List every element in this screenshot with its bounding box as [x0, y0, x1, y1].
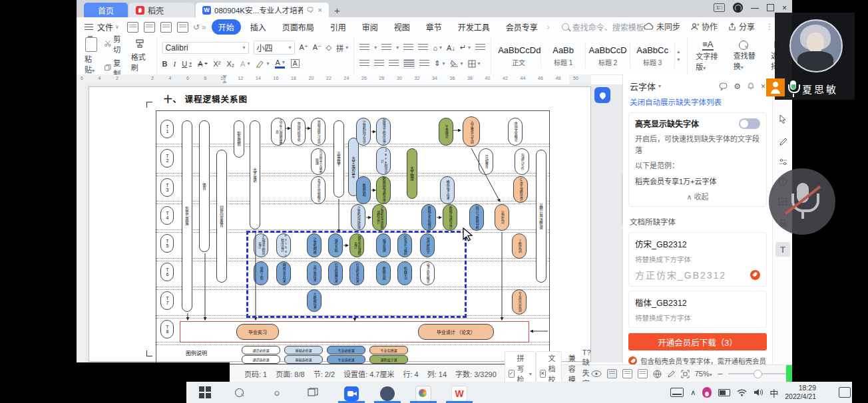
menu-item-页面布局[interactable]: 页面布局	[276, 19, 321, 35]
align-center-icon[interactable]	[374, 60, 384, 68]
sync-status[interactable]: 未同步	[644, 21, 680, 32]
horizontal-ruler[interactable]: 6422468101214161820222426283032343638404…	[77, 74, 591, 85]
menu-item-引用[interactable]: 引用	[324, 19, 353, 35]
status-item[interactable]: 列: 14	[427, 368, 447, 379]
text-tool-icon[interactable]: T	[775, 242, 790, 257]
account-avatar[interactable]	[733, 3, 743, 13]
fit-page-icon[interactable]	[681, 370, 690, 378]
menu-overflow-icon[interactable]: ›	[547, 23, 550, 32]
comment-bubble-icon[interactable]: 🗨	[307, 6, 314, 14]
menu-item-会员专享[interactable]: 会员专享	[499, 19, 544, 35]
style-card-标题 1[interactable]: AaBb标题 1	[541, 43, 586, 68]
numbered-list-icon[interactable]	[381, 44, 391, 52]
font-name-select[interactable]: Calibri▾	[162, 42, 249, 54]
clear-format-icon[interactable]: ◇	[326, 43, 331, 52]
strikethrough-button[interactable]: A▾	[198, 60, 207, 68]
export-icon[interactable]	[144, 22, 155, 33]
close-autoshow-link[interactable]: 关闭自动展示缺失字体列表	[623, 95, 772, 108]
underline-button[interactable]: U▾	[182, 60, 192, 68]
undo-icon[interactable]: ↺	[193, 23, 200, 32]
command-search[interactable]: 查找命令、搜索模板	[562, 21, 644, 33]
print-icon[interactable]	[160, 22, 172, 33]
tray-expand-icon[interactable]: ∧	[690, 388, 696, 397]
taskbar-clock[interactable]: 18:29 2022/4/21	[785, 384, 816, 401]
collaborate-button[interactable]: 协作	[691, 21, 718, 32]
decrease-font-button[interactable]: A⁻	[313, 43, 322, 52]
styles-up-icon[interactable]: ▴	[677, 49, 680, 55]
menu-item-插入[interactable]: 插入	[244, 19, 273, 35]
window-layout-icon[interactable]: 1□	[714, 3, 725, 12]
zoom-value[interactable]: 75%▾	[695, 370, 712, 378]
close-button[interactable]: ×	[782, 3, 787, 13]
panel-close-icon[interactable]: ×	[761, 82, 765, 91]
tab-close-icon[interactable]: ×	[318, 6, 322, 14]
qq-tray-icon[interactable]	[702, 387, 712, 398]
subscript-button[interactable]: X₂	[227, 60, 235, 68]
status-item[interactable]: 字数: 3/3290	[455, 368, 497, 379]
more-actions-icon[interactable]: ⋮	[765, 22, 773, 31]
find-replace-button[interactable]: 查找替换▾	[731, 41, 761, 71]
letter-spacing-icon[interactable]: ⌂▾	[433, 44, 442, 52]
menu-item-章节[interactable]: 章节	[419, 19, 449, 35]
save-icon[interactable]	[127, 22, 138, 33]
taskbar-app-paint[interactable]	[409, 384, 438, 403]
bold-button[interactable]: B	[162, 60, 168, 68]
minimize-button[interactable]: —	[751, 3, 759, 13]
status-item[interactable]: 页码: 1	[244, 368, 267, 379]
highlight-toggle[interactable]	[739, 118, 760, 129]
action-center-icon[interactable]	[839, 387, 851, 398]
more-quick-icons[interactable]: »	[202, 23, 206, 32]
adjust-tool-icon[interactable]	[777, 156, 789, 168]
menu-item-审阅[interactable]: 审阅	[355, 19, 385, 35]
volume-icon[interactable]	[754, 388, 763, 396]
italic-button[interactable]: I	[174, 60, 176, 68]
feedback-bubble-icon[interactable]	[719, 82, 728, 90]
line-spacing-icon[interactable]: ⇕▾	[434, 59, 445, 68]
settings-gear-icon[interactable]: ⚙	[734, 82, 741, 91]
web-view-icon[interactable]	[653, 370, 662, 378]
missing-font-card[interactable]: 仿宋_GB2312 将替换成下方字体 方正仿宋_GB2312	[628, 232, 767, 287]
pen-tool-icon[interactable]	[777, 136, 789, 148]
style-card-标题 2[interactable]: AaBbCcD标题 2	[586, 43, 630, 68]
borders-icon[interactable]: ▾	[468, 60, 481, 68]
font-color-button[interactable]: A▾	[275, 59, 284, 68]
sort-icon[interactable]: A↓	[447, 44, 455, 52]
status-item[interactable]: 行: 4	[403, 368, 418, 379]
shading-icon[interactable]: ▾	[450, 60, 463, 67]
superscript-button[interactable]: X²	[214, 60, 221, 68]
start-button[interactable]	[198, 386, 212, 399]
menu-item-开始[interactable]: 开始	[212, 19, 241, 35]
print-preview-icon[interactable]	[177, 22, 188, 33]
hamburger-icon[interactable]	[85, 24, 93, 30]
locate-button[interactable]	[594, 87, 610, 103]
justify-icon[interactable]	[403, 59, 415, 68]
download-after-membership-button[interactable]: 开通会员后下载（3）	[628, 333, 767, 350]
book-view-icon[interactable]	[638, 369, 648, 378]
status-item[interactable]: 页面: 8/8	[276, 368, 304, 379]
show-marks-icon[interactable]: ↵▾	[460, 43, 471, 52]
pinyin-guide-icon[interactable]: 拼▾	[336, 43, 348, 53]
vertical-ruler[interactable]	[77, 84, 86, 362]
distribute-icon[interactable]	[419, 60, 429, 68]
cursor-tool-icon[interactable]	[777, 113, 789, 125]
task-view-icon[interactable]	[306, 386, 320, 399]
touch-keyboard-icon[interactable]	[670, 388, 684, 397]
eye-protect-icon[interactable]	[591, 370, 602, 377]
taskbar-app-wps[interactable]: W	[445, 384, 474, 403]
bullet-list-icon[interactable]	[359, 44, 369, 52]
format-painter-button[interactable]: 格式刷	[128, 39, 151, 72]
tab-docer[interactable]: 稻壳	[129, 3, 194, 17]
restore-button[interactable]	[767, 4, 774, 11]
style-card-正文[interactable]: AaBbCcDd正文	[497, 43, 541, 68]
panel-title-caret-icon[interactable]: ▾	[658, 83, 661, 89]
styles-down-icon[interactable]: ▾	[677, 57, 680, 63]
align-left-icon[interactable]	[359, 60, 369, 68]
ink-pen-icon[interactable]	[667, 370, 676, 378]
outline-view-icon[interactable]	[622, 369, 632, 378]
document-canvas[interactable]: 十、 课程逻辑关系图 T1T2T3T4T5T6T7T8形势与政策体育创新创业教育…	[85, 84, 622, 362]
text-layout-button[interactable]: ≡A 文字排版▾	[693, 39, 723, 72]
menu-item-开发工具[interactable]: 开发工具	[451, 19, 497, 35]
menu-item-视图[interactable]: 视图	[387, 19, 417, 35]
taskbar-search-icon[interactable]	[234, 386, 248, 399]
collapse-link[interactable]: ∧ 收起	[635, 191, 760, 202]
